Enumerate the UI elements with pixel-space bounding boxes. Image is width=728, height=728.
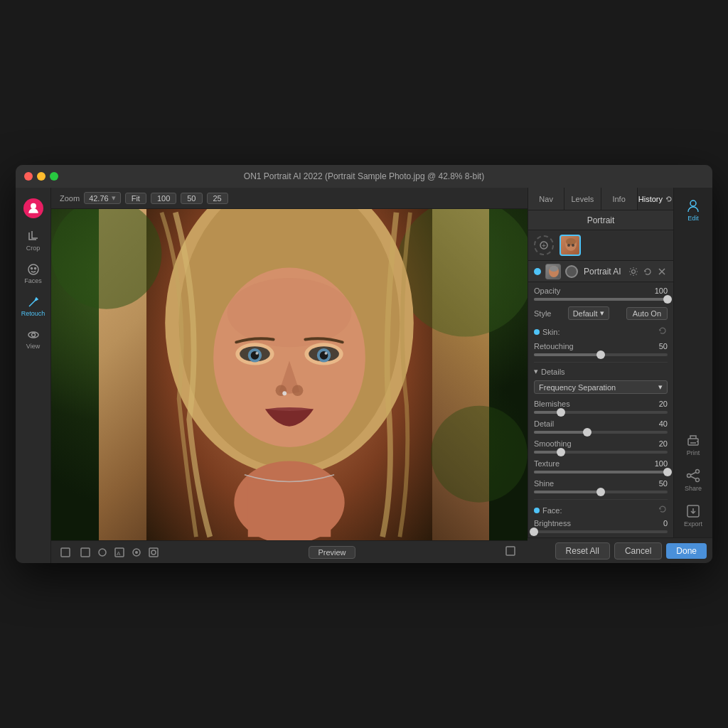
freq-sep-select[interactable]: Frequency Separation ▾: [534, 380, 668, 394]
style-select[interactable]: Default ▾: [568, 306, 610, 320]
details-header[interactable]: ▾ Details: [534, 367, 668, 376]
bottom-tool-1[interactable]: [60, 547, 71, 558]
details-chevron: ▾: [534, 367, 538, 376]
brightness-label: Brightness: [534, 519, 571, 528]
tab-levels[interactable]: Levels: [564, 188, 601, 210]
layer-mask-icon: [565, 265, 578, 278]
tool-share[interactable]: Share: [677, 464, 710, 496]
svg-point-0: [31, 203, 36, 209]
style-label: Style: [534, 309, 551, 318]
reset-icon: [643, 267, 653, 277]
minimize-button[interactable]: [37, 172, 46, 181]
crop-label: Crop: [26, 245, 41, 252]
tool-profile[interactable]: [18, 193, 48, 223]
preview-button[interactable]: Preview: [309, 546, 355, 559]
layer-visibility-dot[interactable]: [534, 268, 541, 275]
add-face-button[interactable]: +: [534, 235, 554, 255]
blemishes-row: Blemishes 20: [534, 400, 668, 408]
svg-point-31: [99, 549, 106, 556]
bottom-tool-3[interactable]: [97, 547, 108, 558]
history-refresh-icon: [665, 196, 673, 203]
bottom-tool-mask[interactable]: [148, 547, 159, 558]
face-reset-btn[interactable]: [658, 504, 668, 516]
retouching-value: 50: [659, 342, 668, 350]
view-label: View: [26, 343, 40, 350]
settings-icon: [628, 267, 638, 277]
layer-close-btn[interactable]: [656, 266, 668, 277]
face-thumbnail[interactable]: [560, 235, 581, 256]
brightness-slider[interactable]: [534, 530, 668, 533]
shine-value: 50: [659, 479, 668, 488]
bottom-tool-circle-fill[interactable]: [131, 547, 142, 558]
right-sidebar: Edit Print: [673, 188, 712, 537]
zoom-25-btn[interactable]: 25: [207, 193, 228, 204]
svg-rect-29: [61, 548, 70, 557]
smoothing-slider[interactable]: [534, 451, 668, 454]
bottom-left-tools: A: [60, 547, 159, 558]
skin-reset-icon: [658, 326, 668, 336]
zoom-100-btn[interactable]: 100: [151, 193, 176, 204]
done-button[interactable]: Done: [666, 543, 707, 559]
svg-text:+: +: [542, 242, 546, 250]
tab-history[interactable]: History: [638, 188, 673, 210]
svg-point-9: [431, 406, 528, 503]
right-panels: Nav Levels Info History: [528, 188, 712, 537]
edit-label: Edit: [687, 215, 699, 222]
detail-slider[interactable]: [534, 431, 668, 434]
opacity-slider[interactable]: [534, 298, 668, 301]
zoom-50-btn[interactable]: 50: [181, 193, 202, 204]
zoom-value-display[interactable]: 42.76 ▾: [84, 192, 121, 204]
shine-slider[interactable]: [534, 491, 668, 493]
svg-point-42: [566, 238, 576, 245]
detail-row: Detail 40: [534, 419, 668, 428]
svg-rect-13: [248, 482, 331, 537]
skin-label: Skin:: [542, 328, 560, 336]
layer-reset-btn[interactable]: [642, 266, 653, 277]
tool-faces[interactable]: Faces: [18, 259, 48, 289]
close-button[interactable]: [24, 172, 33, 181]
retouching-slider[interactable]: [534, 353, 668, 356]
blemishes-slider[interactable]: [534, 411, 668, 414]
maximize-button[interactable]: [50, 172, 58, 181]
tab-info[interactable]: Info: [601, 188, 638, 210]
face-dot: [534, 508, 540, 513]
view-icon: [27, 328, 40, 341]
bottom-right-spacer: [505, 545, 519, 559]
skin-reset-btn[interactable]: [658, 326, 668, 338]
svg-rect-49: [688, 439, 698, 445]
zoom-fit-btn[interactable]: Fit: [125, 193, 146, 204]
center-area: Zoom 42.76 ▾ Fit 100 50 25: [51, 188, 528, 563]
bottom-tool-2[interactable]: [80, 547, 91, 558]
right-area: Nav Levels Info History: [528, 188, 712, 563]
layer-settings-btn[interactable]: [628, 266, 639, 277]
texture-value: 100: [655, 459, 668, 468]
opacity-value: 100: [655, 287, 668, 295]
zoom-number: 42.76: [89, 194, 109, 203]
texture-slider[interactable]: [534, 471, 668, 473]
layer-actions: [628, 266, 668, 277]
tool-crop[interactable]: Crop: [18, 226, 48, 256]
brightness-value: 0: [663, 519, 668, 528]
portrait-section-label: Portrait: [528, 210, 673, 230]
faces-label: Faces: [24, 277, 42, 284]
svg-point-52: [687, 474, 691, 478]
svg-point-8: [397, 209, 528, 337]
svg-point-53: [696, 478, 700, 482]
cancel-button[interactable]: Cancel: [614, 542, 662, 560]
tool-print[interactable]: Print: [677, 428, 710, 461]
tool-retouch[interactable]: Retouch: [18, 291, 48, 321]
tab-nav[interactable]: Nav: [528, 188, 564, 210]
traffic-lights: [24, 172, 58, 181]
tool-view[interactable]: View: [18, 324, 48, 354]
svg-point-43: [567, 244, 570, 247]
bottom-tool-rect-text[interactable]: A: [114, 547, 125, 558]
tool-edit[interactable]: Edit: [677, 193, 710, 226]
details-section: ▾ Details Frequency Separation ▾ Blemish…: [534, 362, 668, 493]
reset-all-button[interactable]: Reset All: [555, 542, 610, 560]
skin-section-header: Skin:: [534, 326, 668, 338]
svg-point-46: [550, 266, 558, 272]
svg-point-37: [151, 550, 156, 555]
auto-button[interactable]: Auto On: [626, 307, 668, 320]
tool-export[interactable]: Export: [677, 499, 710, 532]
skin-dot: [534, 329, 540, 335]
